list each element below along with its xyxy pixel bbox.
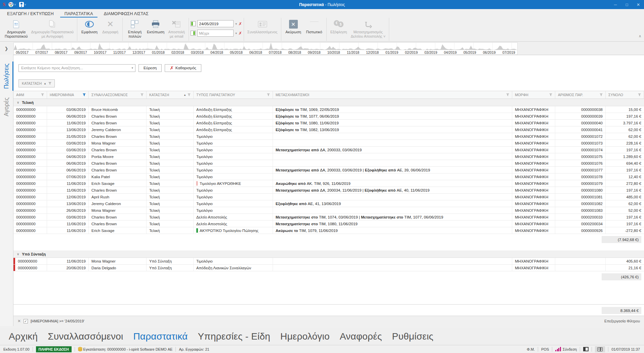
table-row[interactable]: 00000000020/06/2019Daria DelgadoΥπό Σύντ… (13, 265, 644, 271)
table-row[interactable]: 00000000026/06/2019Mona WagnerΤελικήΤιμο… (13, 207, 644, 214)
table-row[interactable]: 00000000006/06/2019Charles BrownΤελικήΤι… (13, 160, 644, 167)
cell-value: Daria Delgado (91, 266, 116, 270)
filter-funnel-icon[interactable] (41, 93, 44, 96)
filter-funnel-icon[interactable] (140, 93, 144, 96)
column-header-total[interactable]: ΣΥΝΟΛΟ (606, 91, 644, 99)
cancel-document-button[interactable]: ✕ Ακύρωση (283, 18, 304, 35)
account-menu[interactable]: ˅ (19, 2, 26, 7)
partner-button[interactable]: Συναλλασσόμενος (246, 18, 279, 35)
date-to-clear-icon[interactable]: ✗ (239, 31, 242, 36)
nav-item-2[interactable]: Παραστατικά (133, 331, 188, 342)
sidebar-item-purchases[interactable]: Αγορές (0, 97, 13, 116)
sidebar-item-sales[interactable]: Πωλήσεις (0, 64, 13, 89)
filter-funnel-icon[interactable] (188, 93, 191, 96)
filter-enabled-checkbox[interactable]: ✓ (24, 319, 28, 323)
group-row[interactable]: ∨Υπό Σύνταξη (13, 250, 644, 258)
column-header-date[interactable]: ΗΜΕΡΟΜΗΝΙΑ (47, 91, 89, 99)
table-row[interactable]: 00000000011/06/2019Charles BrownΤελικήΤι… (13, 187, 644, 194)
pos-button[interactable]: POS (541, 347, 549, 351)
send-email-button[interactable]: Αποστολή με email (166, 18, 187, 39)
ribbon-collapse-chevron-icon[interactable]: ∧ (639, 34, 641, 38)
nav-item-5[interactable]: Αναφορές (340, 331, 382, 342)
cell-type: Τιμολόγιο (194, 207, 273, 213)
table-row[interactable]: 00000000003/06/2019Bruce HolcombΤελικήΑπ… (13, 106, 644, 113)
nav-item-1[interactable]: Συναλλασσόμενοι (48, 331, 123, 342)
nav-item-6[interactable]: Ρυθμίσεις (392, 331, 433, 342)
column-header-morfi[interactable]: ΜΟΡΦΗ (512, 91, 555, 99)
filter-funnel-icon[interactable] (83, 93, 86, 96)
show-document-button[interactable]: Εμφάνιση (79, 18, 100, 35)
find-button[interactable]: Εύρεση (138, 64, 162, 72)
clear-button[interactable]: ✗Καθαρισμός (165, 64, 201, 72)
column-header-type[interactable]: ΤΥΠΟΣ ΠΑΡΑΣΤΑΤΙΚΟΥ (194, 91, 273, 99)
ribbon-tab-2[interactable]: ΔΙΑΜΟΡΦΩΣΗ ΛΙΣΤΑΣ (99, 10, 153, 17)
delete-document-button[interactable]: ✕ Διαγραφή (100, 18, 121, 35)
table-row[interactable]: 00000000003/06/2019Mona WagnerΤελικήΤιμο… (13, 140, 644, 147)
table-row[interactable]: 00000000013/06/2019Jeremy CalderonΤελική… (13, 126, 644, 133)
table-row[interactable]: 00000000011/06/2019Charles BrownΤελικήΔε… (13, 221, 644, 227)
column-header-num[interactable]: ΑΡΙΘΜΟΣ ΠΑΡ. (555, 91, 606, 99)
table-row[interactable]: 00000000004/06/2019Portia MooreΤελικήΤιμ… (13, 153, 644, 160)
date-from-input[interactable] (197, 20, 234, 27)
filter-funnel-icon[interactable] (549, 93, 552, 96)
multi-select-button[interactable]: Επιλογή πολλών (124, 18, 145, 39)
group-row[interactable]: ∨Τελική (13, 99, 644, 106)
cell-morfi: ΜΗΧΑΝΟΓΡΑΦΙΚΗ (512, 221, 555, 227)
timeline-expander-chevron-icon[interactable]: ❯ (0, 42, 13, 55)
filter-funnel-icon[interactable] (267, 93, 270, 96)
table-row[interactable]: 00000000003/06/2019Charles BrownΤελικήΤι… (13, 147, 644, 153)
fm-button[interactable]: Φ.Μ. (527, 347, 535, 351)
payoff-button[interactable]: €$ Εξόφληση (328, 18, 349, 35)
credit-note-button[interactable]: Πιστωτικό (304, 18, 325, 35)
maximize-button[interactable]: □ (621, 0, 633, 9)
date-from-clear-icon[interactable]: ✗ (239, 22, 242, 26)
search-input[interactable] (19, 66, 129, 70)
ribbon-tab-0[interactable]: ΕΞΑΓΩΓΗ / ΕΚΤΥΠΩΣΗ (3, 10, 58, 17)
transform-delivery-note-button[interactable]: Μετασχηματισμός Δελτίου Αποστολής ˅ (349, 18, 387, 39)
connection-button[interactable]: Σύνδεση (563, 347, 577, 351)
column-header-afm[interactable]: ΑΦΜ (13, 91, 47, 99)
ribbon-tab-1[interactable]: ΠΑΡΑΣΤΑΤΙΚΑ (60, 10, 97, 17)
remove-filter-icon[interactable]: ✕ (17, 319, 21, 323)
table-row[interactable]: 00000000007/06/2019Kalia PatelΤελικήΤιμο… (13, 173, 644, 180)
minimize-button[interactable]: ─ (610, 0, 621, 9)
column-header-status[interactable]: ΚΑΤΑΣΤΑΣΗ▲ (147, 91, 194, 99)
ledger-toggle[interactable] (595, 346, 605, 352)
timeline-chart[interactable]: 05/201707/201708/201709/201710/201711/20… (13, 42, 518, 55)
column-header-partner[interactable]: ΣΥΝΑΛΛΑΣΣΟΜΕΝΟΣ (89, 91, 147, 99)
table-row[interactable]: 00000000011/06/2019Mona WagnerΥπό Σύνταξ… (13, 258, 644, 265)
filter-funnel-icon[interactable] (506, 93, 509, 96)
table-row[interactable]: 00000000011/06/2019Charles BrownΤελικήΑπ… (13, 120, 644, 126)
date-from-dropdown-icon[interactable]: ▾ (235, 22, 237, 26)
close-button[interactable]: ✕ (633, 0, 644, 9)
date-to-input[interactable] (197, 30, 234, 37)
nav-item-3[interactable]: Υπηρεσίες - Είδη (198, 331, 270, 342)
filter-funnel-icon[interactable] (48, 82, 51, 85)
edit-filter-link[interactable]: Επεξεργασία Φίλτρου (604, 319, 640, 323)
table-row[interactable]: 00000000013/06/2019Jeremy CalderonΤελική… (13, 200, 644, 207)
table-row[interactable]: 00000000012/06/2019April RushΤελικήΤιμολ… (13, 194, 644, 200)
group-by-chip-katastasi[interactable]: ΚΑΤΑΣΤΑΣΗ ▲ (18, 79, 55, 87)
create-document-button[interactable]: Δημιουργία Παραστατικού (3, 18, 30, 39)
filter-funnel-icon[interactable] (600, 93, 603, 96)
nav-item-4[interactable]: Ημερολόγιο (280, 331, 330, 342)
search-dropdown-icon[interactable]: ▾ (129, 66, 135, 70)
cell-value: 197,16 € (626, 148, 641, 152)
table-row[interactable]: 00000000011/06/2019Erich SavageΤελικήΤιμ… (13, 180, 644, 187)
date-to-dropdown-icon[interactable]: ▾ (235, 32, 237, 35)
theme-palette-menu[interactable]: ˅ (8, 2, 16, 7)
create-copy-button[interactable]: Δημιουργία Παραστατικού με Αντιγραφή (30, 18, 76, 39)
panel-toggle-icon[interactable] (583, 347, 589, 351)
nav-item-0[interactable]: Αρχική (9, 331, 38, 342)
table-row[interactable]: 00000000011/06/2019Erich SavageΤελικήΑΚΥ… (13, 227, 644, 234)
cell-value: 000000000 (16, 229, 36, 233)
table-row[interactable]: 00000000031/05/2019Charles BrownΤελικήΤι… (13, 133, 644, 140)
table-row[interactable]: 00000000006/06/2019Charles BrownΤελικήΤι… (13, 167, 644, 173)
cell-date: 04/06/2019 (47, 153, 89, 160)
filter-funnel-icon[interactable] (638, 93, 641, 96)
table-row[interactable]: 00000000003/06/2019Charles BrownΤελικήΔε… (13, 214, 644, 221)
coins-icon: €$ (334, 19, 344, 30)
column-header-trans[interactable]: ΜΕΤΑΣΧΗΜΑΤΙΣΜΟΙ (273, 91, 512, 99)
table-row[interactable]: 00000000006/06/2019Charles BrownΤελικήΑπ… (13, 113, 644, 120)
print-button[interactable]: Εκτύπωση (145, 18, 166, 35)
